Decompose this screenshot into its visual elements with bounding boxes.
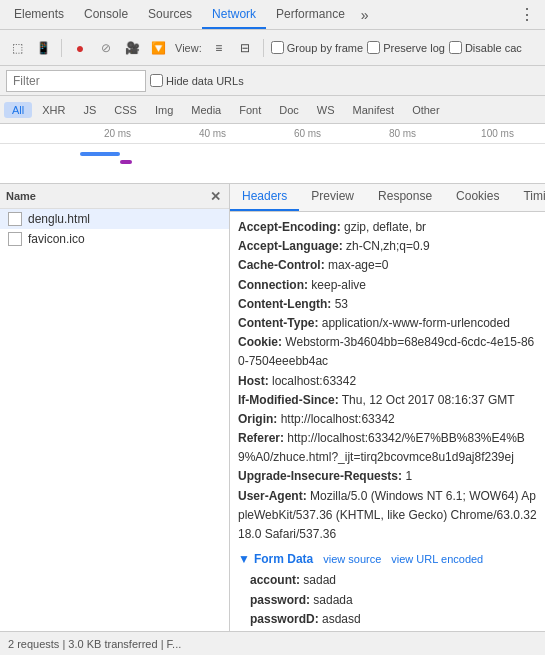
record-button[interactable]: ● [69, 37, 91, 59]
divider-2 [263, 39, 264, 57]
ruler-mark: 100 ms [450, 128, 545, 139]
file-name: favicon.ico [28, 232, 85, 246]
device-button[interactable]: 📱 [32, 37, 54, 59]
file-list-header: Name ✕ [0, 184, 229, 209]
header-key: Cache-Control: [238, 258, 325, 272]
tab-sources[interactable]: Sources [138, 0, 202, 29]
header-key: Accept-Encoding: [238, 220, 341, 234]
header-tab-response[interactable]: Response [366, 184, 444, 211]
form-data-row: sex: on [238, 629, 537, 631]
disable-cache-label[interactable]: Disable cac [449, 41, 522, 54]
filter-button[interactable]: 🔽 [147, 37, 169, 59]
inspect-button[interactable]: ⬚ [6, 37, 28, 59]
file-icon [8, 212, 22, 226]
stop-button[interactable]: ⊘ [95, 37, 117, 59]
header-value: Thu, 12 Oct 2017 08:16:37 GMT [339, 393, 515, 407]
view-url-encoded-link[interactable]: view URL encoded [391, 551, 483, 569]
close-panel-button[interactable]: ✕ [207, 188, 223, 204]
header-row: Cache-Control: max-age=0 [238, 256, 537, 275]
header-tab-headers[interactable]: Headers [230, 184, 299, 211]
file-list-panel: Name ✕ denglu.htmlfavicon.ico [0, 184, 230, 631]
header-row: User-Agent: Mozilla/5.0 (Windows NT 6.1;… [238, 487, 537, 545]
header-row: Cookie: Webstorm-3b4604bb=68e849cd-6cdc-… [238, 333, 537, 371]
ruler-mark: 80 ms [355, 128, 450, 139]
form-field-key: password: [250, 593, 310, 607]
filter-type-all[interactable]: All [4, 102, 32, 118]
tree-view-button[interactable]: ⊟ [234, 37, 256, 59]
header-value: application/x-www-form-urlencoded [318, 316, 509, 330]
header-key: If-Modified-Since: [238, 393, 339, 407]
form-field-key: account: [250, 573, 300, 587]
filter-type-js[interactable]: JS [75, 102, 104, 118]
header-tab-timing[interactable]: Timing [511, 184, 545, 211]
list-view-button[interactable]: ≡ [208, 37, 230, 59]
filter-type-xhr[interactable]: XHR [34, 102, 73, 118]
filter-type-other[interactable]: Other [404, 102, 448, 118]
filter-type-ws[interactable]: WS [309, 102, 343, 118]
header-value: localhost:63342 [269, 374, 356, 388]
headers-content: Accept-Encoding: gzip, deflate, brAccept… [230, 212, 545, 631]
file-name: denglu.html [28, 212, 90, 226]
tab-network[interactable]: Network [202, 0, 266, 29]
header-key: Connection: [238, 278, 308, 292]
filter-type-font[interactable]: Font [231, 102, 269, 118]
status-bar: 2 requests | 3.0 KB transferred | F... [0, 631, 545, 655]
tab-console[interactable]: Console [74, 0, 138, 29]
network-toolbar: ⬚ 📱 ● ⊘ 🎥 🔽 View: ≡ ⊟ Group by frame Pre… [0, 30, 545, 66]
header-value: zh-CN,zh;q=0.9 [343, 239, 430, 253]
screenshot-button[interactable]: 🎥 [121, 37, 143, 59]
header-value: http://localhost:63342 [277, 412, 394, 426]
filter-input[interactable] [6, 70, 146, 92]
disable-cache-checkbox[interactable] [449, 41, 462, 54]
form-field-value: sadada [310, 593, 353, 607]
view-source-link[interactable]: view source [323, 551, 381, 569]
ruler-mark: 60 ms [260, 128, 355, 139]
tab-elements[interactable]: Elements [4, 0, 74, 29]
waterfall-bar-1 [80, 152, 120, 156]
header-value: 53 [331, 297, 348, 311]
header-row: Referer: http://localhost:63342/%E7%BB%8… [238, 429, 537, 467]
header-row: Host: localhost:63342 [238, 372, 537, 391]
header-row: Content-Length: 53 [238, 295, 537, 314]
header-key: Accept-Language: [238, 239, 343, 253]
filter-type-css[interactable]: CSS [106, 102, 145, 118]
form-data-row: account: sadad [238, 571, 537, 590]
header-value: Webstorm-3b4604bb=68e849cd-6cdc-4e15-860… [238, 335, 534, 368]
filter-type-media[interactable]: Media [183, 102, 229, 118]
group-by-frame-checkbox[interactable] [271, 41, 284, 54]
filter-type-doc[interactable]: Doc [271, 102, 307, 118]
header-row: If-Modified-Since: Thu, 12 Oct 2017 08:1… [238, 391, 537, 410]
hide-data-urls-checkbox[interactable] [150, 74, 163, 87]
filter-type-img[interactable]: Img [147, 102, 181, 118]
name-column-header: Name [6, 190, 36, 202]
tab-performance[interactable]: Performance [266, 0, 355, 29]
hide-data-urls-text: Hide data URLs [166, 75, 244, 87]
header-tab-preview[interactable]: Preview [299, 184, 366, 211]
hide-data-urls-label[interactable]: Hide data URLs [150, 74, 244, 87]
view-label: View: [175, 42, 202, 54]
form-data-section: ▼ Form Dataview sourceview URL encodedac… [238, 550, 537, 631]
header-value: 1 [402, 469, 412, 483]
more-tabs-button[interactable]: » [355, 3, 375, 27]
file-icon [8, 232, 22, 246]
devtools-menu-button[interactable]: ⋮ [513, 5, 541, 24]
form-field-value: sadad [300, 573, 336, 587]
disable-cache-text: Disable cac [465, 42, 522, 54]
header-row: Accept-Encoding: gzip, deflate, br [238, 218, 537, 237]
preserve-log-label[interactable]: Preserve log [367, 41, 445, 54]
preserve-log-checkbox[interactable] [367, 41, 380, 54]
form-data-title: ▼ Form Dataview sourceview URL encoded [238, 550, 537, 569]
list-item[interactable]: favicon.ico [0, 229, 229, 249]
header-row: Content-Type: application/x-www-form-url… [238, 314, 537, 333]
form-field-key: passwordD: [250, 612, 319, 626]
header-key: Host: [238, 374, 269, 388]
header-key: Origin: [238, 412, 277, 426]
group-by-frame-label[interactable]: Group by frame [271, 41, 363, 54]
header-value: keep-alive [308, 278, 366, 292]
headers-panel: HeadersPreviewResponseCookiesTiming Acce… [230, 184, 545, 631]
filter-toolbar: Hide data URLs [0, 66, 545, 96]
header-key: Upgrade-Insecure-Requests: [238, 469, 402, 483]
header-tab-cookies[interactable]: Cookies [444, 184, 511, 211]
filter-type-manifest[interactable]: Manifest [345, 102, 403, 118]
list-item[interactable]: denglu.html [0, 209, 229, 229]
